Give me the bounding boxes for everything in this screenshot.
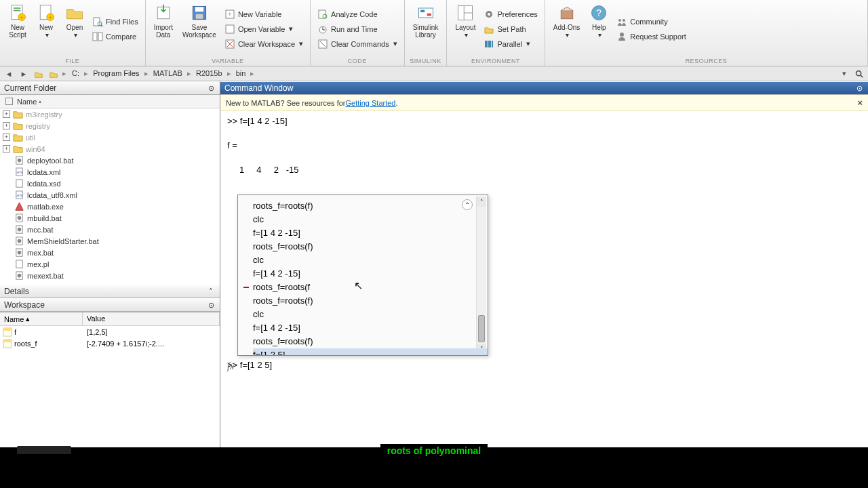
nav-back-button[interactable]: ◄: [3, 68, 15, 80]
find-files-button[interactable]: Find Files: [90, 14, 141, 29]
file-item[interactable]: matlab.exe: [0, 201, 220, 212]
history-line[interactable]: f=[1 2 5]: [253, 348, 488, 355]
svg-rect-19: [226, 25, 234, 33]
open-button[interactable]: Open▾: [61, 1, 88, 56]
variable-name: roots_f: [14, 340, 37, 348]
history-line[interactable]: f=[1 4 2 -15]: [253, 321, 488, 335]
file-name: mcc.bat: [27, 226, 54, 234]
browse-button[interactable]: [47, 68, 60, 80]
file-item[interactable]: MemShieldStarter.bat: [0, 235, 220, 247]
simulink-library-button[interactable]: Simulink Library: [409, 1, 443, 56]
cmdwin-menu-icon[interactable]: ⊙: [854, 83, 864, 93]
name-column-header[interactable]: Name▴: [0, 95, 220, 108]
panel-menu-icon[interactable]: ⊙: [206, 83, 216, 93]
file-item[interactable]: mex.bat: [0, 247, 220, 258]
group-variable-label: VARIABLE: [150, 56, 306, 66]
help-button[interactable]: ? Help▾: [585, 1, 612, 56]
group-code-label: CODE: [315, 56, 400, 66]
file-item[interactable]: mcc.bat: [0, 224, 220, 235]
svg-rect-53: [16, 179, 22, 186]
import-data-button[interactable]: Import Data: [150, 1, 177, 56]
community-button[interactable]: Community: [614, 14, 689, 29]
workspace-header[interactable]: Workspace ⊙: [0, 298, 220, 312]
getting-started-link[interactable]: Getting Started: [345, 99, 395, 107]
file-item[interactable]: deploytool.bat: [0, 155, 220, 166]
folder-item[interactable]: +registry: [0, 120, 220, 131]
folder-item[interactable]: +win64: [0, 143, 220, 155]
analyze-code-button[interactable]: Analyze Code: [315, 7, 400, 22]
banner-close-button[interactable]: ×: [857, 98, 863, 108]
file-item[interactable]: xmllcdata_utf8.xml: [0, 189, 220, 201]
file-item[interactable]: mexext.bat: [0, 270, 220, 281]
nav-forward-button[interactable]: ►: [18, 68, 30, 80]
file-item[interactable]: xmllcdata.xml: [0, 166, 220, 178]
analyze-label: Analyze Code: [331, 10, 378, 18]
expand-icon[interactable]: +: [3, 145, 10, 152]
ws-name-header[interactable]: Name▴: [0, 312, 83, 325]
command-prompt[interactable]: >> f=[1 2 5]: [227, 359, 861, 371]
history-line[interactable]: clc: [253, 213, 488, 226]
history-line[interactable]: f=[1 4 2 -15]: [253, 226, 488, 240]
history-line[interactable]: f=[1 4 2 -15]: [253, 267, 488, 281]
breadcrumb-segment[interactable]: R2015b: [193, 69, 225, 77]
new-script-button[interactable]: + New Script: [4, 1, 31, 56]
file-name: lcdata_utf8.xml: [27, 191, 77, 199]
history-line[interactable]: roots_f=roots(f): [253, 335, 488, 348]
details-header[interactable]: Details ˄: [0, 285, 220, 298]
variable-value: [-2.7409 + 1.6157i;-2....: [83, 340, 220, 348]
current-folder-header[interactable]: Current Folder ⊙: [0, 81, 220, 95]
save-workspace-button[interactable]: Save Workspace: [178, 1, 220, 56]
open-variable-button[interactable]: Open Variable▾: [222, 22, 306, 37]
parallel-button[interactable]: Parallel▾: [481, 37, 540, 52]
name-col-label: Name: [17, 98, 37, 106]
search-folder-button[interactable]: [853, 68, 865, 80]
file-list[interactable]: +m3iregistry+registry+util+win64deployto…: [0, 108, 220, 285]
command-history-popup[interactable]: ⌃ ˄ ˅ roots_f=roots(f)clcf=[1 4 2 -15]ro…: [237, 195, 488, 356]
file-icon: [14, 260, 24, 269]
breadcrumb-segment[interactable]: C:: [69, 69, 82, 77]
history-line[interactable]: roots_f=roots(f: [253, 281, 488, 294]
history-line[interactable]: roots_f=roots(f): [253, 294, 488, 308]
file-name: mbuild.bat: [27, 214, 62, 222]
addons-button[interactable]: Add-Ons▾: [549, 1, 584, 56]
workspace-menu-icon[interactable]: ⊙: [206, 300, 216, 310]
history-line[interactable]: roots_f=roots(f): [253, 199, 488, 213]
set-path-button[interactable]: Set Path: [481, 22, 540, 37]
request-support-button[interactable]: Request Support: [614, 29, 689, 44]
file-item[interactable]: mbuild.bat: [0, 212, 220, 224]
details-collapse-icon[interactable]: ˄: [206, 287, 216, 296]
new-variable-button[interactable]: +New Variable: [222, 7, 306, 22]
compare-label: Compare: [106, 33, 136, 41]
history-line[interactable]: clc: [253, 308, 488, 321]
file-item[interactable]: lcdata.xsd: [0, 178, 220, 189]
folder-icon: [13, 144, 23, 154]
breadcrumb-segment[interactable]: bin: [233, 69, 249, 77]
fx-icon[interactable]: fx: [227, 361, 234, 372]
folder-item[interactable]: +m3iregistry: [0, 108, 220, 120]
command-window-header[interactable]: Command Window ⊙: [220, 81, 868, 95]
compare-button[interactable]: Compare: [90, 29, 141, 44]
expand-icon[interactable]: +: [3, 134, 10, 141]
workspace-variable-row[interactable]: f[1,2,5]: [0, 326, 220, 338]
clear-commands-button[interactable]: Clear Commands▾: [315, 37, 400, 52]
history-line[interactable]: roots_f=roots(f): [253, 240, 488, 253]
run-and-time-button[interactable]: Run and Time: [315, 22, 400, 37]
breadcrumb-segment[interactable]: MATLAB: [151, 69, 185, 77]
layout-button[interactable]: Layout▾: [451, 1, 479, 56]
breadcrumb-segment[interactable]: Program Files: [90, 69, 142, 77]
workspace-variable-row[interactable]: roots_f[-2.7409 + 1.6157i;-2....: [0, 338, 220, 349]
new-button[interactable]: + New▾: [33, 1, 60, 56]
address-dropdown-button[interactable]: ▾: [838, 68, 850, 80]
expand-icon[interactable]: +: [3, 122, 10, 129]
preferences-button[interactable]: Preferences: [481, 7, 540, 22]
xml-icon: xml: [14, 190, 24, 200]
svg-point-59: [18, 227, 22, 231]
ws-value-header[interactable]: Value: [83, 312, 220, 325]
history-line[interactable]: clc: [253, 253, 488, 267]
nav-up-button[interactable]: [33, 68, 45, 80]
file-item[interactable]: mex.pl: [0, 258, 220, 270]
svg-line-48: [861, 75, 863, 77]
clear-workspace-button[interactable]: Clear Workspace▾: [222, 37, 306, 52]
folder-item[interactable]: +util: [0, 131, 220, 143]
expand-icon[interactable]: +: [3, 110, 10, 118]
